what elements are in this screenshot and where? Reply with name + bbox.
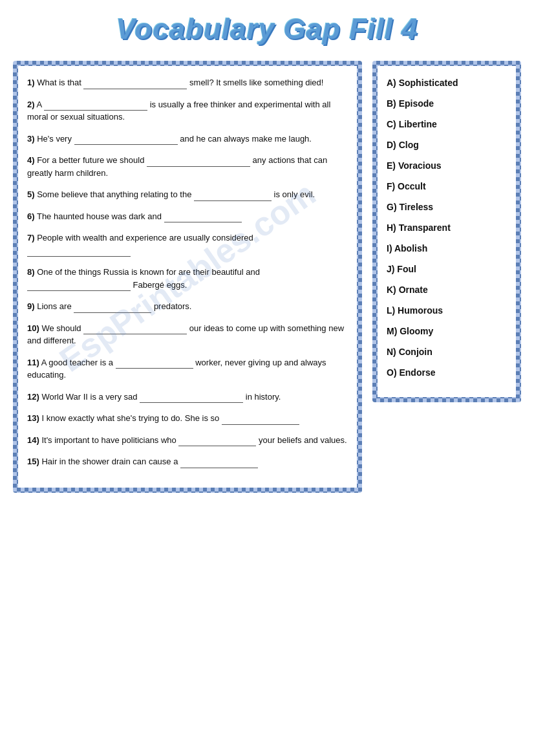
answer-letter: O)	[387, 367, 397, 378]
answer-item: C) Libertine	[387, 118, 507, 131]
answer-word: Libertine	[399, 119, 437, 129]
answer-word: Occult	[398, 181, 426, 191]
answer-word: Foul	[397, 264, 416, 274]
answer-item: A) Sophisticated	[387, 76, 507, 89]
question-item: 6) The haunted house was dark and	[27, 210, 348, 223]
answer-item: K) Ornate	[387, 283, 507, 296]
answer-letter: M)	[387, 326, 397, 336]
question-item: 15) Hair in the shower drain can cause a	[27, 455, 348, 468]
answer-word: Voracious	[398, 160, 442, 171]
answer-letter: G)	[387, 202, 397, 212]
question-item: 8) One of the things Russia is known for…	[27, 266, 348, 291]
question-item: 11) A good teacher is a worker, never gi…	[27, 356, 348, 382]
answer-letter: D)	[387, 140, 396, 150]
blank-line	[222, 416, 299, 425]
answer-item: B) Episode	[387, 97, 507, 110]
answer-word: Clog	[399, 140, 419, 150]
answer-item: G) Tireless	[387, 200, 507, 213]
question-item: 1) What is that smell? It smells like so…	[27, 76, 348, 89]
question-item: 9) Lions are predators.	[27, 300, 348, 313]
blank-line	[83, 325, 187, 334]
question-item: 4) For a better future we should any act…	[27, 154, 348, 179]
questions-panel: EspPrintables.com 1) What is that smell?…	[13, 61, 362, 493]
blank-line	[83, 80, 187, 89]
answer-item: O) Endorse	[387, 366, 507, 379]
answer-word: Humorous	[398, 305, 443, 316]
answer-letter: F)	[387, 181, 395, 191]
answer-letter: E)	[387, 160, 396, 171]
blank-line	[116, 360, 193, 369]
answer-item: D) Clog	[387, 138, 507, 151]
answer-item: I) Abolish	[387, 242, 507, 255]
blank-line	[178, 437, 256, 446]
answer-letter: J)	[387, 264, 394, 274]
question-item: 10) We should our ideas to come up with …	[27, 322, 348, 347]
answer-word: Conjoin	[399, 347, 433, 357]
question-item: 2) A is usually a free thinker and exper…	[27, 98, 348, 124]
answer-letter: N)	[387, 347, 396, 357]
page-title: Vocabulary Gap Fill 4	[116, 13, 418, 45]
blank-line	[27, 282, 131, 291]
questions-container: 1) What is that smell? It smells like so…	[27, 76, 348, 468]
answer-letter: A)	[387, 78, 396, 88]
answer-letter: H)	[387, 222, 396, 233]
blank-line	[147, 158, 250, 167]
title-area: Vocabulary Gap Fill 4	[13, 13, 521, 45]
answer-letter: I)	[387, 243, 392, 254]
question-item: 7) People with wealth and experience are…	[27, 232, 348, 257]
answer-item: F) Occult	[387, 180, 507, 193]
blank-line	[140, 394, 243, 403]
answer-word: Episode	[399, 98, 434, 109]
questions-inner: EspPrintables.com 1) What is that smell?…	[18, 66, 357, 488]
blank-line	[44, 102, 147, 111]
blank-line	[164, 213, 242, 222]
answer-word: Ornate	[399, 285, 428, 295]
answers-inner: A) SophisticatedB) EpisodeC) LibertineD)…	[378, 66, 516, 397]
blank-line	[27, 248, 131, 257]
answer-letter: L)	[387, 305, 395, 316]
answer-word: Transparent	[399, 222, 451, 233]
answer-item: N) Conjoin	[387, 345, 507, 358]
answer-item: M) Gloomy	[387, 325, 507, 338]
answer-word: Endorse	[399, 367, 435, 378]
answer-item: J) Foul	[387, 263, 507, 275]
answer-word: Sophisticated	[399, 78, 458, 88]
question-item: 3) He's very and he can always make me l…	[27, 133, 348, 146]
answer-word: Gloomy	[400, 326, 433, 336]
answer-item: H) Transparent	[387, 221, 507, 234]
answer-word: Abolish	[394, 243, 427, 254]
blank-line	[194, 192, 272, 201]
answer-item: E) Voracious	[387, 159, 507, 172]
question-item: 13) I know exactly what she's trying to …	[27, 412, 348, 425]
question-item: 5) Some believe that anything relating t…	[27, 188, 348, 201]
answer-letter: B)	[387, 98, 396, 109]
blank-line	[74, 136, 178, 145]
question-item: 14) It's important to have politicians w…	[27, 434, 348, 447]
answer-word: Tireless	[399, 202, 433, 212]
answer-letter: K)	[387, 285, 396, 295]
answers-container: A) SophisticatedB) EpisodeC) LibertineD)…	[387, 76, 507, 379]
question-item: 12) World War II is a very sad in histor…	[27, 391, 348, 404]
blank-line	[180, 459, 258, 468]
blank-line	[74, 304, 151, 313]
answer-item: L) Humorous	[387, 304, 507, 317]
answer-letter: C)	[387, 119, 396, 129]
answers-panel: A) SophisticatedB) EpisodeC) LibertineD)…	[372, 61, 521, 402]
main-content: EspPrintables.com 1) What is that smell?…	[13, 61, 521, 493]
